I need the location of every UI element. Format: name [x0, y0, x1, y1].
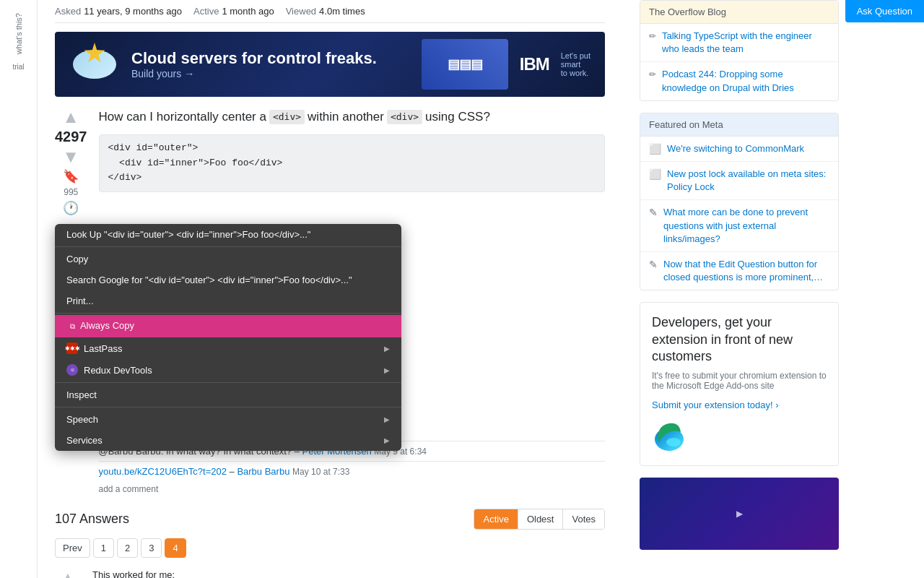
- ctx-copy[interactable]: Copy: [55, 249, 401, 269]
- trial-label: trial: [12, 63, 24, 71]
- context-menu[interactable]: Look Up "<div id="outer"> <div id="inner…: [55, 224, 401, 451]
- ctx-lastpass-label: LastPass: [84, 343, 122, 354]
- ctx-redux[interactable]: ⚛ Redux DevTools ▶: [55, 359, 401, 381]
- answers-count: 107: [55, 512, 77, 527]
- ctx-search-google[interactable]: Search Google for "<div id="outer"> <div…: [55, 269, 401, 290]
- answers-tabs: Active Oldest Votes: [474, 509, 605, 530]
- meta-item-1: ⬜ We're switching to CommonMark: [640, 137, 838, 162]
- answer-1-text: This worked for me:: [92, 569, 605, 578]
- page-4-button[interactable]: 4: [165, 538, 186, 558]
- active-section: Active 1 month ago: [193, 6, 274, 17]
- page-2-button[interactable]: 2: [117, 538, 138, 558]
- meta-link-4[interactable]: Now that the Edit Question button for cl…: [663, 258, 829, 284]
- bottom-image: ▶: [640, 478, 839, 550]
- viewed-label: Viewed: [286, 6, 316, 17]
- meta-icon-4: ✎: [649, 259, 658, 270]
- tab-oldest[interactable]: Oldest: [518, 509, 564, 529]
- ctx-sep-3: [55, 382, 401, 383]
- answers-label: Answers: [79, 512, 129, 527]
- answer-1-vote-cell: ▲ 1 ▼: [55, 569, 81, 578]
- comment-2-author[interactable]: Barbu Barbu: [237, 466, 289, 477]
- tab-votes[interactable]: Votes: [563, 509, 604, 529]
- title-before: How can I horizontally center a: [99, 108, 266, 126]
- redux-arrow: ▶: [384, 366, 390, 374]
- tab-active[interactable]: Active: [474, 509, 518, 529]
- ctx-services[interactable]: Services ▶: [55, 430, 401, 451]
- ctx-sep-2: [55, 313, 401, 314]
- ctx-print[interactable]: Print...: [55, 290, 401, 311]
- blog-item-2: ✏ Podcast 244: Dropping some knowledge o…: [640, 62, 838, 100]
- meta-link-2[interactable]: New post lock available on meta sites: P…: [667, 168, 829, 194]
- prev-page-button[interactable]: Prev: [55, 538, 90, 558]
- overflow-blog-box: The Overflow Blog ✏ Talking TypeScript w…: [640, 0, 839, 101]
- downvote-button[interactable]: ▼: [62, 148, 79, 165]
- ctx-always-copy[interactable]: ⧉ Always Copy: [55, 315, 401, 337]
- ctx-sep-1: [55, 246, 401, 247]
- history-icon[interactable]: 🕐: [63, 200, 79, 216]
- ctx-lastpass[interactable]: ✱✱✱ LastPass ▶: [55, 337, 401, 359]
- title-mid: within another: [308, 108, 384, 126]
- featured-meta-box: Featured on Meta ⬜ We're switching to Co…: [640, 113, 839, 291]
- ad-title: Cloud servers for control freaks.: [131, 49, 377, 68]
- blog-link-2[interactable]: Podcast 244: Dropping some knowledge on …: [662, 68, 829, 94]
- add-comment-link[interactable]: add a comment: [99, 481, 606, 497]
- lastpass-arrow: ▶: [384, 345, 390, 353]
- comment-2-dash: –: [230, 466, 237, 477]
- pencil-icon-1: ✏: [649, 31, 656, 41]
- ctx-lookup[interactable]: Look Up "<div id="outer"> <div id="inner…: [55, 224, 401, 245]
- comment-2: youtu.be/kZC12U6EhTc?t=202 – Barbu Barbu…: [99, 461, 606, 481]
- meta-item-3: ✎ What more can be done to prevent quest…: [640, 200, 838, 252]
- bookmark-count: 995: [64, 187, 78, 197]
- edge-ad-link[interactable]: Submit your extension today! ›: [652, 400, 779, 410]
- ctx-always-copy-label: Always Copy: [80, 320, 134, 331]
- ctx-speech[interactable]: Speech ▶: [55, 409, 401, 430]
- ctx-speech-label: Speech: [66, 414, 98, 425]
- asked-label: Asked: [55, 6, 81, 17]
- title-after: using CSS?: [425, 108, 490, 126]
- whats-this-label[interactable]: what's this?: [14, 13, 23, 54]
- ctx-inspect[interactable]: Inspect: [55, 384, 401, 405]
- bookmark-icon[interactable]: 🔖: [63, 168, 79, 184]
- code-line-1: <div id="outer">: [108, 141, 596, 156]
- meta-icon-2: ⬜: [649, 168, 661, 180]
- answer-1-upvote[interactable]: ▲: [59, 569, 77, 578]
- ad-banner[interactable]: Cloud servers for control freaks. Build …: [55, 32, 605, 97]
- edge-ad-title: Developers, get your extension in front …: [652, 314, 827, 365]
- speech-arrow: ▶: [384, 415, 390, 423]
- meta-icon-3: ✎: [649, 207, 658, 218]
- ctx-sep-4: [55, 407, 401, 407]
- ctx-redux-label: Redux DevTools: [84, 365, 152, 376]
- ad-subtitle: Build yours →: [131, 68, 377, 79]
- viewed-section: Viewed 4.0m times: [286, 6, 365, 17]
- ask-question-button[interactable]: Ask Question: [845, 0, 924, 22]
- page-3-button[interactable]: 3: [141, 538, 162, 558]
- code-line-3: </div>: [108, 171, 596, 186]
- active-label: Active: [193, 6, 219, 17]
- comment-2-timestamp: May 10 at 7:33: [292, 467, 349, 477]
- meta-item-2: ⬜ New post lock available on meta sites:…: [640, 162, 838, 200]
- asked-section: Asked 11 years, 9 months ago: [55, 6, 182, 17]
- featured-meta-header: Featured on Meta: [640, 113, 838, 137]
- asked-value: 11 years, 9 months ago: [84, 6, 182, 17]
- edge-logo: [652, 419, 687, 454]
- edge-ad: Developers, get your extension in front …: [640, 302, 839, 466]
- ad-logo: IBM: [520, 54, 549, 74]
- upvote-button[interactable]: ▲: [62, 108, 79, 126]
- vote-count: 4297: [55, 129, 87, 145]
- meta-link-3[interactable]: What more can be done to prevent questio…: [663, 206, 829, 246]
- question-content: How can I horizontally center a <div> wi…: [99, 108, 606, 497]
- comment-2-url[interactable]: youtu.be/kZC12U6EhTc?t=202: [99, 466, 227, 477]
- answers-header: 107 Answers Active Oldest Votes: [55, 509, 605, 530]
- meta-item-4: ✎ Now that the Edit Question button for …: [640, 252, 838, 290]
- always-copy-icon: ⧉: [66, 321, 78, 332]
- ctx-services-label: Services: [66, 435, 103, 446]
- main-content: Asked 11 years, 9 months ago Active 1 mo…: [38, 0, 622, 578]
- svg-point-1: [666, 438, 681, 447]
- blog-link-1[interactable]: Talking TypeScript with the engineer who…: [662, 30, 829, 56]
- left-sidebar: what's this? trial: [0, 0, 38, 578]
- page-1-button[interactable]: 1: [93, 538, 114, 558]
- pencil-icon-2: ✏: [649, 69, 656, 79]
- meta-link-1[interactable]: We're switching to CommonMark: [667, 142, 804, 155]
- question-code-block: <div id="outer"> <div id="inner">Foo foo…: [99, 134, 606, 192]
- active-value: 1 month ago: [222, 6, 274, 17]
